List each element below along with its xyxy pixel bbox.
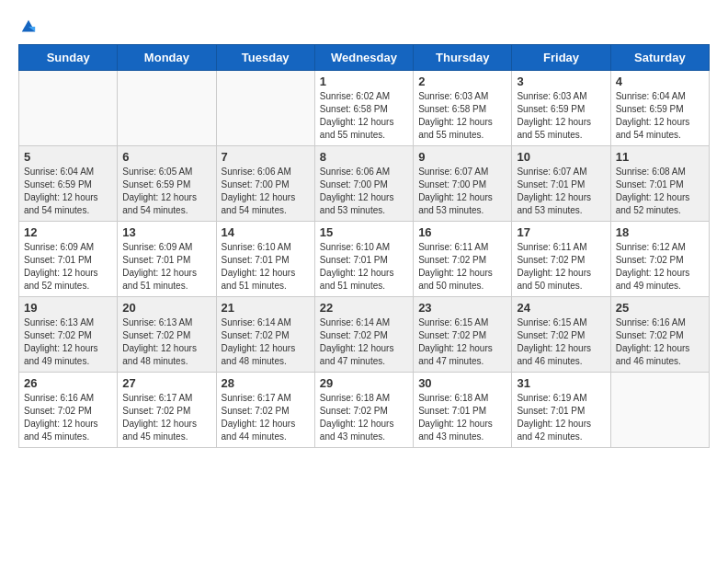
day-info: Sunrise: 6:04 AM Sunset: 6:59 PM Dayligh… — [616, 90, 704, 142]
calendar-day-cell — [216, 71, 314, 146]
day-number: 13 — [122, 225, 210, 239]
day-number: 20 — [122, 301, 210, 315]
calendar-week-row: 1Sunrise: 6:02 AM Sunset: 6:58 PM Daylig… — [19, 71, 710, 146]
calendar-day-cell: 29Sunrise: 6:18 AM Sunset: 7:02 PM Dayli… — [314, 373, 413, 448]
calendar-day-cell: 30Sunrise: 6:18 AM Sunset: 7:01 PM Dayli… — [414, 373, 512, 448]
calendar-day-cell: 14Sunrise: 6:10 AM Sunset: 7:01 PM Dayli… — [216, 222, 314, 297]
day-number: 18 — [616, 225, 704, 239]
day-info: Sunrise: 6:13 AM Sunset: 7:02 PM Dayligh… — [24, 316, 112, 368]
day-info: Sunrise: 6:06 AM Sunset: 7:00 PM Dayligh… — [222, 166, 310, 217]
day-number: 27 — [122, 376, 210, 390]
calendar-day-cell: 3Sunrise: 6:03 AM Sunset: 6:59 PM Daylig… — [512, 71, 610, 146]
day-info: Sunrise: 6:02 AM Sunset: 6:58 PM Dayligh… — [320, 90, 408, 142]
calendar-table: SundayMondayTuesdayWednesdayThursdayFrid… — [18, 44, 710, 448]
day-info: Sunrise: 6:16 AM Sunset: 7:02 PM Dayligh… — [24, 392, 112, 443]
calendar-day-cell: 27Sunrise: 6:17 AM Sunset: 7:02 PM Dayli… — [118, 373, 216, 448]
calendar-day-cell: 11Sunrise: 6:08 AM Sunset: 7:01 PM Dayli… — [610, 146, 709, 222]
day-number: 2 — [418, 75, 506, 88]
day-info: Sunrise: 6:18 AM Sunset: 7:02 PM Dayligh… — [320, 392, 408, 443]
day-number: 31 — [517, 376, 605, 390]
calendar-day-cell — [118, 71, 216, 146]
calendar-day-cell: 23Sunrise: 6:15 AM Sunset: 7:02 PM Dayli… — [414, 297, 512, 373]
calendar-day-cell: 18Sunrise: 6:12 AM Sunset: 7:02 PM Dayli… — [610, 222, 709, 297]
day-info: Sunrise: 6:16 AM Sunset: 7:02 PM Dayligh… — [616, 316, 704, 368]
day-number: 9 — [418, 150, 506, 164]
day-info: Sunrise: 6:05 AM Sunset: 6:59 PM Dayligh… — [122, 166, 210, 217]
day-number: 5 — [24, 150, 112, 164]
calendar-day-cell: 22Sunrise: 6:14 AM Sunset: 7:02 PM Dayli… — [314, 297, 413, 373]
day-number: 16 — [418, 225, 506, 239]
day-info: Sunrise: 6:04 AM Sunset: 6:59 PM Dayligh… — [24, 166, 112, 217]
day-number: 25 — [616, 301, 704, 315]
day-number: 23 — [418, 301, 506, 315]
day-of-week-header: Thursday — [414, 45, 512, 71]
day-of-week-header: Sunday — [19, 45, 118, 71]
day-info: Sunrise: 6:11 AM Sunset: 7:02 PM Dayligh… — [517, 241, 605, 293]
day-info: Sunrise: 6:19 AM Sunset: 7:01 PM Dayligh… — [517, 392, 605, 443]
calendar-day-cell: 12Sunrise: 6:09 AM Sunset: 7:01 PM Dayli… — [19, 222, 118, 297]
day-info: Sunrise: 6:08 AM Sunset: 7:01 PM Dayligh… — [616, 166, 704, 217]
calendar-day-cell: 9Sunrise: 6:07 AM Sunset: 7:00 PM Daylig… — [414, 146, 512, 222]
calendar-day-cell: 16Sunrise: 6:11 AM Sunset: 7:02 PM Dayli… — [414, 222, 512, 297]
calendar-day-cell — [19, 71, 118, 146]
day-number: 19 — [24, 301, 112, 315]
day-info: Sunrise: 6:03 AM Sunset: 6:58 PM Dayligh… — [418, 90, 506, 142]
day-number: 4 — [616, 75, 704, 88]
calendar-header-row: SundayMondayTuesdayWednesdayThursdayFrid… — [19, 45, 710, 71]
day-number: 15 — [320, 225, 408, 239]
logo-icon — [20, 18, 37, 35]
day-number: 10 — [517, 150, 605, 164]
page-header — [18, 18, 710, 29]
day-info: Sunrise: 6:03 AM Sunset: 6:59 PM Dayligh… — [517, 90, 605, 142]
calendar-day-cell: 1Sunrise: 6:02 AM Sunset: 6:58 PM Daylig… — [314, 71, 413, 146]
day-info: Sunrise: 6:10 AM Sunset: 7:01 PM Dayligh… — [222, 241, 310, 293]
day-number: 21 — [222, 301, 310, 315]
day-info: Sunrise: 6:17 AM Sunset: 7:02 PM Dayligh… — [122, 392, 210, 443]
logo — [18, 18, 37, 29]
calendar-day-cell: 2Sunrise: 6:03 AM Sunset: 6:58 PM Daylig… — [414, 71, 512, 146]
day-info: Sunrise: 6:07 AM Sunset: 7:00 PM Dayligh… — [418, 166, 506, 217]
calendar-day-cell: 19Sunrise: 6:13 AM Sunset: 7:02 PM Dayli… — [19, 297, 118, 373]
calendar-day-cell: 24Sunrise: 6:15 AM Sunset: 7:02 PM Dayli… — [512, 297, 610, 373]
calendar-week-row: 5Sunrise: 6:04 AM Sunset: 6:59 PM Daylig… — [19, 146, 710, 222]
day-number: 12 — [24, 225, 112, 239]
day-of-week-header: Saturday — [610, 45, 709, 71]
calendar-day-cell: 21Sunrise: 6:14 AM Sunset: 7:02 PM Dayli… — [216, 297, 314, 373]
day-info: Sunrise: 6:11 AM Sunset: 7:02 PM Dayligh… — [418, 241, 506, 293]
day-number: 6 — [122, 150, 210, 164]
day-number: 17 — [517, 225, 605, 239]
calendar-day-cell: 20Sunrise: 6:13 AM Sunset: 7:02 PM Dayli… — [118, 297, 216, 373]
day-number: 1 — [320, 75, 408, 88]
calendar-day-cell: 6Sunrise: 6:05 AM Sunset: 6:59 PM Daylig… — [118, 146, 216, 222]
day-of-week-header: Tuesday — [216, 45, 314, 71]
day-info: Sunrise: 6:17 AM Sunset: 7:02 PM Dayligh… — [222, 392, 310, 443]
day-number: 11 — [616, 150, 704, 164]
day-info: Sunrise: 6:09 AM Sunset: 7:01 PM Dayligh… — [122, 241, 210, 293]
day-number: 3 — [517, 75, 605, 88]
day-number: 30 — [418, 376, 506, 390]
day-info: Sunrise: 6:10 AM Sunset: 7:01 PM Dayligh… — [320, 241, 408, 293]
calendar-day-cell: 4Sunrise: 6:04 AM Sunset: 6:59 PM Daylig… — [610, 71, 709, 146]
day-number: 8 — [320, 150, 408, 164]
calendar-week-row: 19Sunrise: 6:13 AM Sunset: 7:02 PM Dayli… — [19, 297, 710, 373]
calendar-day-cell: 28Sunrise: 6:17 AM Sunset: 7:02 PM Dayli… — [216, 373, 314, 448]
day-info: Sunrise: 6:15 AM Sunset: 7:02 PM Dayligh… — [418, 316, 506, 368]
day-number: 24 — [517, 301, 605, 315]
day-number: 28 — [222, 376, 310, 390]
day-info: Sunrise: 6:12 AM Sunset: 7:02 PM Dayligh… — [616, 241, 704, 293]
day-number: 22 — [320, 301, 408, 315]
calendar-day-cell: 10Sunrise: 6:07 AM Sunset: 7:01 PM Dayli… — [512, 146, 610, 222]
calendar-day-cell — [610, 373, 709, 448]
calendar-day-cell: 13Sunrise: 6:09 AM Sunset: 7:01 PM Dayli… — [118, 222, 216, 297]
day-number: 26 — [24, 376, 112, 390]
day-info: Sunrise: 6:07 AM Sunset: 7:01 PM Dayligh… — [517, 166, 605, 217]
calendar-day-cell: 17Sunrise: 6:11 AM Sunset: 7:02 PM Dayli… — [512, 222, 610, 297]
calendar-week-row: 26Sunrise: 6:16 AM Sunset: 7:02 PM Dayli… — [19, 373, 710, 448]
day-info: Sunrise: 6:18 AM Sunset: 7:01 PM Dayligh… — [418, 392, 506, 443]
day-info: Sunrise: 6:15 AM Sunset: 7:02 PM Dayligh… — [517, 316, 605, 368]
day-info: Sunrise: 6:13 AM Sunset: 7:02 PM Dayligh… — [122, 316, 210, 368]
calendar-day-cell: 15Sunrise: 6:10 AM Sunset: 7:01 PM Dayli… — [314, 222, 413, 297]
calendar-week-row: 12Sunrise: 6:09 AM Sunset: 7:01 PM Dayli… — [19, 222, 710, 297]
calendar-day-cell: 31Sunrise: 6:19 AM Sunset: 7:01 PM Dayli… — [512, 373, 610, 448]
day-info: Sunrise: 6:14 AM Sunset: 7:02 PM Dayligh… — [222, 316, 310, 368]
